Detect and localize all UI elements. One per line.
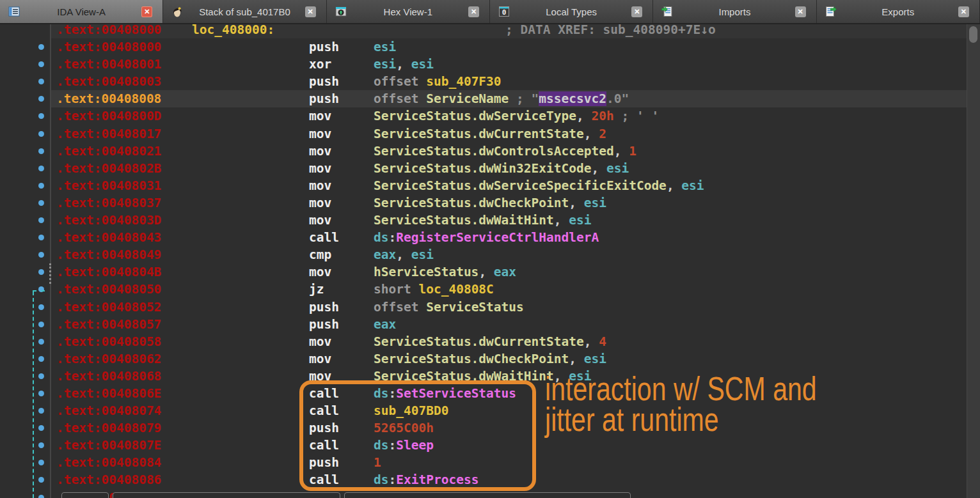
- background-window-fragment[interactable]: [61, 492, 109, 498]
- disasm-line[interactable]: .text:0040804BmovhServiceStatus, eax: [0, 263, 967, 281]
- disasm-line[interactable]: .text:0040802BmovServiceStatus.dwWin32Ex…: [0, 160, 967, 177]
- operand-token: ServiceName: [426, 91, 509, 106]
- item-dot-icon: [38, 425, 44, 431]
- disasm-operands: offset ServiceName ; "mssecsvc2.0": [374, 90, 629, 107]
- close-icon[interactable]: ✕: [468, 6, 479, 17]
- operand-token: ,: [569, 196, 583, 210]
- disasm-operands: ServiceStatus.dwCheckPoint, esi: [374, 194, 606, 212]
- disasm-operands: hServiceStatus, eax: [374, 263, 516, 281]
- operand-token: esi: [569, 213, 591, 228]
- close-icon[interactable]: ✕: [141, 6, 152, 17]
- operand-token: ServiceStatus: [426, 300, 524, 315]
- disasm-line[interactable]: .text:00408058movServiceStatus.dwCurrent…: [0, 333, 967, 350]
- disasm-mnemonic: call: [309, 229, 339, 246]
- operand-token: esi: [411, 247, 434, 262]
- operand-token: eax: [374, 317, 396, 332]
- ida-view-icon: [8, 5, 20, 18]
- exports-icon: [825, 5, 837, 18]
- close-icon[interactable]: ✕: [795, 6, 806, 17]
- disasm-address: .text:00408068: [56, 368, 161, 385]
- operand-token: 4: [599, 334, 606, 349]
- operand-token: 1: [629, 144, 636, 159]
- tab-label: Imports: [718, 6, 750, 17]
- operand-token: esi: [374, 40, 396, 54]
- disasm-line[interactable]: .text:00408021movServiceStatus.dwControl…: [0, 143, 967, 160]
- close-icon[interactable]: ✕: [305, 6, 316, 17]
- disasm-line[interactable]: .text:0040800DmovServiceStatus.dwService…: [0, 107, 967, 125]
- disasm-mnemonic: xor: [309, 56, 331, 73]
- background-window-fragment[interactable]: [344, 492, 631, 498]
- close-icon[interactable]: ✕: [958, 6, 969, 17]
- disasm-line[interactable]: .text:00408000pushesi: [0, 38, 967, 56]
- disasm-line[interactable]: .text:00408001xoresi, esi: [0, 56, 967, 73]
- operand-token: RegisterServiceCtrlHandlerA: [396, 230, 599, 245]
- operand-token: ,: [591, 161, 606, 176]
- item-dot-icon: [38, 442, 44, 448]
- item-dot-icon: [38, 235, 44, 240]
- tab-imports[interactable]: Imports✕: [653, 0, 816, 23]
- disasm-operands: ServiceStatus.dwCheckPoint, esi: [374, 350, 606, 368]
- operand-token: sub_407F30: [426, 74, 501, 89]
- margin-separator: [50, 23, 51, 498]
- disasm-address: .text:00408001: [56, 56, 161, 73]
- disasm-line[interactable]: .text:00408008pushoffset ServiceName ; "…: [0, 90, 967, 107]
- operand-token: :: [388, 230, 396, 245]
- operand-token: ServiceStatus.dwCurrentState: [374, 127, 584, 141]
- disasm-line[interactable]: .text:0040803DmovServiceStatus.dwWaitHin…: [0, 212, 967, 229]
- stack-icon: [171, 5, 184, 18]
- operand-token: ServiceStatus.dwServiceSpecificExitCode: [374, 178, 667, 193]
- scrollbar-thumb[interactable]: [969, 26, 977, 43]
- imports-icon: [661, 5, 674, 18]
- disasm-line[interactable]: .text:00408043callds:RegisterServiceCtrl…: [0, 229, 967, 246]
- item-dot-icon: [38, 166, 44, 171]
- operand-token: ServiceStatus.dwControlsAccepted: [374, 144, 614, 159]
- disasm-line[interactable]: .text:00408017movServiceStatus.dwCurrent…: [0, 125, 967, 143]
- disasm-line[interactable]: .text:00408003pushoffset sub_407F30: [0, 73, 967, 90]
- item-dot-icon: [38, 269, 44, 275]
- tab-local-types[interactable]: 0Local Types✕: [490, 0, 653, 23]
- disasm-operands: ServiceStatus.dwCurrentState, 2: [374, 125, 606, 143]
- disasm-operands: esi: [374, 38, 396, 56]
- disasm-mnemonic: cmp: [309, 246, 331, 263]
- tab-label: Exports: [881, 6, 914, 17]
- item-dot-icon: [38, 339, 44, 345]
- disasm-line[interactable]: .text:00408052pushoffset ServiceStatus: [0, 299, 967, 316]
- tab-label: IDA View-A: [57, 6, 106, 17]
- item-dot-icon: [38, 96, 44, 102]
- tab-hex-view-1[interactable]: Hex View-1✕: [327, 0, 490, 23]
- disasm-line[interactable]: .text:00408057pusheax: [0, 316, 967, 333]
- tab-stack-of-sub-4017b0[interactable]: Stack of sub_4017B0✕: [163, 0, 326, 23]
- disasm-operands: offset ServiceStatus: [374, 299, 524, 316]
- disasm-line[interactable]: .text:00408049cmpeax, esi: [0, 246, 967, 263]
- item-dot-icon: [38, 44, 44, 50]
- disasm-line[interactable]: .text:00408050jzshort loc_40808C: [0, 281, 967, 298]
- item-dot-icon: [38, 304, 44, 310]
- operand-token: offset: [374, 300, 426, 315]
- disasm-operands: ServiceStatus.dwControlsAccepted, 1: [374, 143, 636, 160]
- disasm-operands: esi, esi: [374, 56, 434, 73]
- annotation-highlight-box: [299, 380, 536, 491]
- item-dot-icon: [38, 286, 44, 292]
- disasm-line[interactable]: .text:00408062movServiceStatus.dwCheckPo…: [0, 350, 967, 368]
- disasm-line[interactable]: .text:00408037movServiceStatus.dwCheckPo…: [0, 194, 967, 212]
- item-dot-icon: [38, 495, 44, 498]
- item-dot-icon: [38, 356, 44, 362]
- annotation-line-1: interaction w/ SCM and: [545, 373, 817, 404]
- background-window-fragment[interactable]: [113, 492, 340, 498]
- item-dot-icon: [38, 477, 44, 483]
- close-icon[interactable]: ✕: [631, 6, 642, 17]
- vertical-scrollbar[interactable]: [967, 23, 980, 498]
- operand-token: ServiceStatus.dwWin32ExitCode: [374, 161, 591, 176]
- operand-token: esi: [411, 57, 434, 72]
- disasm-address: .text:00408057: [56, 316, 161, 333]
- disasm-mnemonic: push: [309, 73, 339, 90]
- operand-token: 2: [599, 127, 606, 141]
- disassembly-view: .text:00408000loc_408000:; DATA XREF: su…: [0, 0, 980, 498]
- tab-ida-view-a[interactable]: IDA View-A✕: [0, 0, 163, 23]
- disasm-line[interactable]: .text:00408031movServiceStatus.dwService…: [0, 177, 967, 194]
- operand-token: hServiceStatus: [374, 265, 478, 279]
- disasm-mnemonic: push: [309, 90, 339, 107]
- disasm-address: .text:0040804B: [56, 263, 161, 281]
- tab-exports[interactable]: Exports✕: [817, 0, 980, 23]
- disasm-operands: ServiceStatus.dwWaitHint, esi: [374, 212, 591, 229]
